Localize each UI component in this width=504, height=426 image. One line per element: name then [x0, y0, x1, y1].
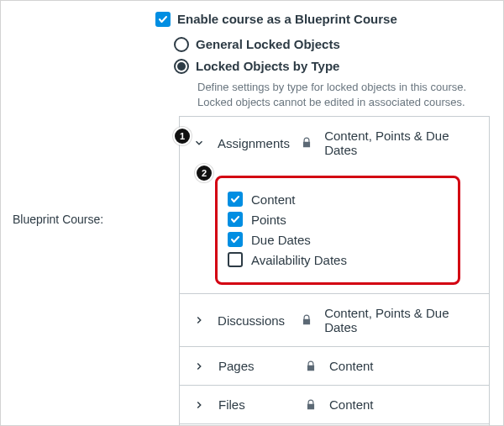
chevron-right-icon — [190, 399, 208, 411]
type-label-discussions: Discussions — [218, 313, 298, 328]
assignments-duedates-checkbox[interactable] — [228, 232, 243, 247]
radio-general-locked-label: General Locked Objects — [196, 36, 340, 53]
type-row-pages[interactable]: Pages Content — [180, 346, 489, 385]
radio-general-locked[interactable] — [174, 37, 189, 52]
lock-icon — [298, 137, 314, 149]
chevron-right-icon — [190, 314, 207, 326]
assignments-options-panel: Content Points Due Dates Availability Da… — [215, 176, 460, 285]
chevron-down-icon — [190, 137, 207, 149]
type-row-files[interactable]: Files Content — [180, 385, 489, 423]
radio-locked-by-type[interactable] — [174, 59, 189, 74]
assignments-availability-checkbox[interactable] — [228, 252, 243, 267]
type-summary-assignments: Content, Points & Due Dates — [324, 129, 479, 157]
enable-blueprint-label: Enable course as a Blueprint Course — [177, 11, 397, 28]
assignments-duedates-label: Due Dates — [251, 233, 311, 247]
callout-1: 1 — [173, 127, 192, 145]
assignments-availability-label: Availability Dates — [251, 253, 347, 267]
type-label-pages: Pages — [218, 359, 302, 373]
locked-types-panel: 1 Assignments Content, Points & Due Date… — [179, 116, 490, 426]
type-row-discussions[interactable]: Discussions Content, Points & Due Dates — [180, 293, 489, 346]
assignments-content-label: Content — [251, 192, 296, 207]
assignments-content-checkbox[interactable] — [228, 192, 243, 207]
helper-text: Define settings by type for locked objec… — [197, 80, 491, 109]
type-label-files: Files — [218, 397, 302, 412]
enable-blueprint-checkbox[interactable] — [155, 12, 171, 27]
type-row-assignments[interactable]: 1 Assignments Content, Points & Due Date… — [180, 117, 489, 169]
setting-label: Blueprint Course: — [13, 11, 122, 426]
chevron-right-icon — [190, 360, 208, 372]
assignments-points-label: Points — [251, 213, 286, 227]
type-summary-discussions: Content, Points & Due Dates — [324, 306, 479, 334]
callout-2: 2 — [195, 164, 213, 182]
type-summary-pages: Content — [329, 359, 374, 373]
lock-icon — [302, 399, 319, 411]
type-label-assignments: Assignments — [218, 136, 298, 150]
lock-icon — [302, 360, 319, 372]
lock-icon — [298, 314, 314, 326]
radio-locked-by-type-label: Locked Objects by Type — [196, 58, 339, 75]
type-summary-files: Content — [329, 397, 374, 412]
assignments-points-checkbox[interactable] — [228, 212, 243, 227]
